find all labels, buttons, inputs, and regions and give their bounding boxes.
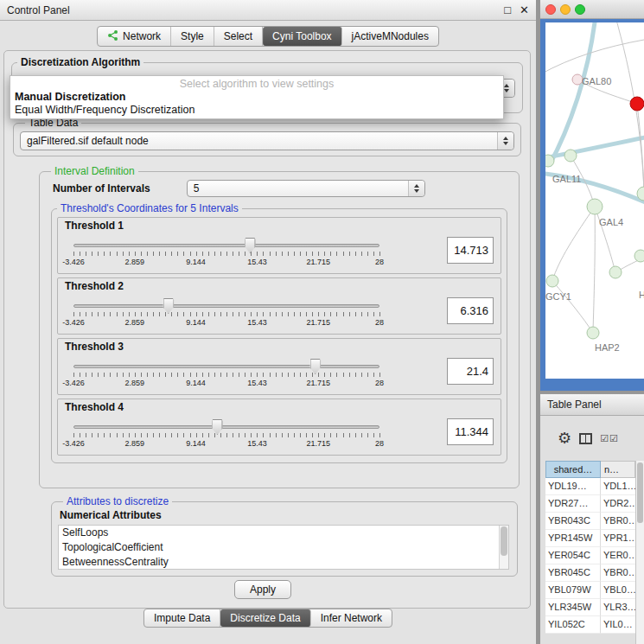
threshold-panel-3: Threshold 3 -3.426 2.859 9.144 1 [57,338,501,395]
scrollbar-thumb[interactable] [501,526,507,556]
scale-tick-label: 21.715 [306,258,330,266]
table-cell[interactable]: YPR1… [601,530,635,547]
slider-track[interactable] [73,365,379,368]
control-panel: Control Panel □ ✕ Network Style Select C… [0,0,536,644]
slider-track[interactable] [73,304,379,308]
tab-label: Select [224,30,252,42]
table-row[interactable]: YER054C YER0… [545,547,635,564]
threshold-panel-2: Threshold 2 -3.426 2.859 9.144 1 [57,277,501,335]
table-cell[interactable]: YDL1… [601,478,635,495]
tab-style[interactable]: Style [171,27,214,46]
scale-tick-label: 28 [375,258,384,266]
tab-discretize-data[interactable]: Discretize Data [220,609,310,627]
table-scrollbar[interactable] [635,461,644,644]
node-label[interactable]: HAP2 [595,342,620,353]
tab-label: Impute Data [154,612,210,624]
table-cell[interactable]: YDR2… [601,495,635,513]
threshold-slider[interactable]: -3.426 2.859 9.144 15.43 21.715 28 [65,294,388,332]
tab-jactivemnodules[interactable]: jActiveMNodules [342,27,438,46]
dropdown-option-equal-width-frequency[interactable]: Equal Width/Frequency Discretization [10,104,503,117]
tab-infer-network[interactable]: Infer Network [311,609,392,627]
table-cell[interactable]: YER054C [545,547,601,564]
table-cell[interactable]: YBR045C [545,564,601,582]
node-table: shared… n… YDL19… YDL1… YDR27… YDR2… YBR… [545,461,635,634]
network-icon [107,29,118,43]
scale-tick-label: 21.715 [306,318,330,327]
table-cell[interactable]: YDR27… [545,495,601,513]
threshold-slider[interactable]: -3.426 2.859 9.144 15.43 21.715 28 [65,233,388,271]
table-cell[interactable]: YER0… [601,547,635,564]
table-cell[interactable]: YBL0… [601,582,635,599]
scale-tick-label: 21.715 [306,379,330,387]
threshold-value-input[interactable]: 11.344 [447,418,494,445]
table-cell[interactable]: YLR345W [545,599,601,616]
number-of-intervals-row: Number of Intervals 5 [53,180,513,197]
table-row[interactable]: YLR345W YLR3… [545,599,635,616]
node-label[interactable]: GAL11 [552,174,581,184]
table-cell[interactable]: YBR0… [601,513,635,530]
slider-track[interactable] [73,425,379,429]
minimize-traffic-light-icon[interactable] [560,4,571,15]
table-cell[interactable]: YPR145W [545,530,601,547]
list-item[interactable]: SelfLoops [59,526,508,540]
list-item[interactable]: TopologicalCoefficient [59,540,508,555]
thresholds-group: Threshold's Coordinates for 5 Intervals … [51,202,507,463]
threshold-slider[interactable]: -3.426 2.859 9.144 15.43 21.715 28 [65,354,388,392]
list-item[interactable]: BetweennessCentrality [59,555,508,570]
table-cell[interactable]: YDL19… [545,478,601,495]
threshold-value-input[interactable]: 21.4 [447,358,494,385]
tab-select[interactable]: Select [214,27,263,46]
table-cell[interactable]: YBR043C [545,513,601,530]
gear-icon[interactable]: ⚙ [558,430,571,446]
table-cell[interactable]: YIL0… [601,616,635,634]
tab-impute-data[interactable]: Impute Data [144,609,220,627]
table-cell[interactable]: YLR3… [601,599,635,616]
threshold-panel-4: Threshold 4 -3.426 2.859 9.144 1 [57,399,501,456]
node-label[interactable]: GCY1 [545,291,571,302]
node-label[interactable]: GAL80 [582,76,611,86]
number-of-intervals-combobox[interactable]: 5 [187,180,425,197]
float-panel-icon[interactable]: □ [504,4,511,16]
table-cell[interactable]: YBL079W [545,582,601,599]
threshold-value-input[interactable]: 6.316 [447,297,494,324]
threshold-slider[interactable]: -3.426 2.859 9.144 15.43 21.715 28 [65,415,388,453]
columns-icon[interactable] [579,433,592,444]
table-row[interactable]: YIL052C YIL0… [545,616,635,634]
table-panel-titlebar: Table Panel [540,393,644,416]
table-data-combobox[interactable]: galFiltered.sif default node [20,131,514,150]
table-row[interactable]: YBR045C YBR0… [545,564,635,582]
combo-stepper-icon[interactable] [408,181,424,196]
close-icon[interactable]: ✕ [520,4,529,16]
column-header-shared-name[interactable]: shared… [545,461,601,478]
dropdown-placeholder: Select algorithm to view settings [10,78,503,91]
dropdown-option-manual-discretization[interactable]: Manual Discretization [10,91,503,104]
select-columns-checkbox-icons[interactable]: ☑☑ [600,433,619,444]
zoom-traffic-light-icon[interactable] [575,4,585,15]
scale-tick-label: 15.43 [247,318,267,327]
table-cell[interactable]: YBR0… [601,564,635,582]
table-cell[interactable]: YIL052C [545,616,601,634]
list-scrollbar[interactable] [499,526,508,569]
scrollbar-thumb[interactable] [637,462,643,523]
table-row[interactable]: YBR043C YBR0… [545,513,635,530]
scale-tick-label: -3.426 [62,439,85,448]
combo-value: galFiltered.sif default node [21,135,497,147]
table-row[interactable]: YBL079W YBL0… [545,582,635,599]
attributes-group-title: Attributes to discretize [63,495,172,507]
table-row[interactable]: YDL19… YDL1… [545,478,635,495]
network-canvas[interactable]: GAL80 GAL11 GAL4 GCY1 HAP2 H [545,22,644,379]
node-label[interactable]: GAL4 [599,217,623,227]
tab-network[interactable]: Network [98,27,171,46]
combo-value: 5 [188,182,408,194]
threshold-value-input[interactable]: 14.713 [447,237,494,264]
tab-label: Cyni Toolbox [272,30,331,42]
node-label[interactable]: H [639,290,644,300]
table-row[interactable]: YDR27… YDR2… [545,495,635,513]
column-header-name[interactable]: n… [601,461,635,478]
close-traffic-light-icon[interactable] [545,4,556,15]
slider-track[interactable] [73,244,379,247]
table-row[interactable]: YPR145W YPR1… [545,530,635,547]
apply-button[interactable]: Apply [234,580,291,599]
tab-cyni-toolbox[interactable]: Cyni Toolbox [263,27,341,46]
combo-stepper-icon[interactable] [497,132,513,150]
